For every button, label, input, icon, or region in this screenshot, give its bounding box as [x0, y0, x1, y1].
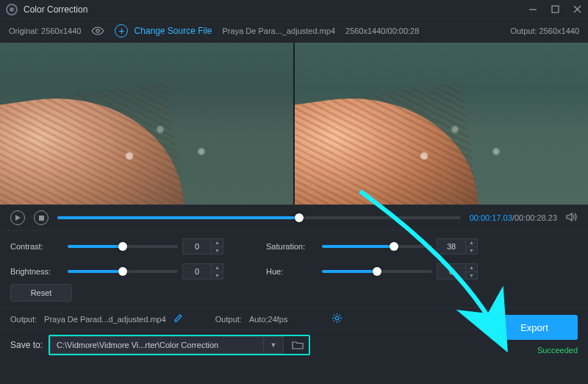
saturation-label: Saturation: [266, 242, 318, 251]
time-total: /00:00:28.23 [512, 213, 557, 222]
saturation-slider[interactable] [322, 245, 432, 248]
volume-icon[interactable] [566, 212, 578, 224]
hue-value[interactable]: ▲▼ [437, 263, 482, 280]
contrast-value[interactable]: ▲▼ [182, 238, 228, 255]
svg-rect-6 [39, 216, 44, 221]
plus-icon: + [115, 24, 128, 38]
minimize-button[interactable] [528, 4, 538, 15]
preview-original [0, 43, 293, 205]
brightness-input[interactable] [182, 263, 212, 280]
subheader: Original: 2560x1440 + Change Source File… [0, 19, 588, 43]
hue-up[interactable]: ▲ [466, 264, 477, 272]
original-resolution-label: Original: 2560x1440 [9, 26, 81, 35]
play-button[interactable] [10, 210, 25, 225]
output-format-label: Output: [215, 315, 242, 324]
brightness-label: Brightness: [10, 267, 63, 276]
change-source-label: Change Source File [134, 26, 212, 36]
export-button[interactable]: Export [491, 315, 578, 340]
hue-slider[interactable] [322, 270, 432, 273]
output-format-value: Auto;24fps [249, 315, 288, 324]
save-path-input[interactable] [50, 336, 263, 354]
brightness-down[interactable]: ▼ [212, 272, 223, 280]
save-row: Save to: ▼ Export Succeeded [0, 330, 588, 359]
svg-rect-1 [552, 6, 559, 13]
svg-marker-5 [15, 215, 21, 221]
contrast-down[interactable]: ▼ [212, 247, 223, 255]
svg-point-4 [96, 29, 99, 32]
export-status: Succeeded [537, 346, 578, 355]
saturation-value[interactable]: ▲▼ [437, 238, 482, 255]
brightness-slider[interactable] [68, 270, 178, 273]
open-folder-icon[interactable] [287, 336, 309, 354]
rename-icon[interactable] [173, 313, 183, 325]
preview-output [295, 43, 588, 205]
hue-input[interactable] [437, 263, 466, 280]
saturation-down[interactable]: ▼ [466, 247, 477, 255]
saturation-input[interactable] [437, 238, 466, 255]
titlebar: Color Correction [0, 0, 588, 19]
contrast-up[interactable]: ▲ [212, 239, 223, 247]
source-meta: 2560x1440/00:00:28 [345, 26, 419, 35]
playback-bar: 00:00:17.03/00:00:28.23 [0, 205, 588, 231]
save-path-group: ▼ [49, 335, 310, 355]
output-file-name: Praya De Parad...d_adjusted.mp4 [44, 315, 166, 324]
hue-label: Hue: [266, 267, 318, 276]
change-source-button[interactable]: + Change Source File [115, 24, 212, 38]
output-resolution-label: Output: 2560x1440 [510, 26, 579, 35]
save-path-dropdown[interactable]: ▼ [263, 336, 284, 354]
contrast-input[interactable] [182, 238, 212, 255]
time-display: 00:00:17.03/00:00:28.23 [470, 213, 557, 222]
save-to-label: Save to: [10, 340, 43, 350]
window-title: Color Correction [24, 4, 87, 15]
output-file-label: Output: [10, 315, 37, 324]
saturation-up[interactable]: ▲ [466, 239, 477, 247]
maximize-button[interactable] [550, 4, 560, 15]
brightness-up[interactable]: ▲ [212, 264, 223, 272]
color-controls: Contrast: ▲▼ Saturation: ▲▼ Brightness: … [0, 231, 588, 284]
hue-down[interactable]: ▼ [466, 272, 477, 280]
preview-toggle-icon[interactable] [91, 26, 104, 35]
close-button[interactable] [572, 4, 582, 15]
time-current: 00:00:17.03 [470, 213, 512, 222]
brightness-value[interactable]: ▲▼ [182, 263, 228, 280]
svg-point-7 [336, 316, 340, 320]
contrast-slider[interactable] [68, 245, 178, 248]
source-filename: Praya De Para..._adjusted.mp4 [223, 26, 335, 35]
preview-area [0, 43, 588, 205]
seek-slider[interactable] [57, 216, 461, 219]
reset-button[interactable]: Reset [10, 284, 72, 302]
output-settings-icon[interactable] [331, 313, 343, 325]
contrast-label: Contrast: [10, 242, 63, 251]
stop-button[interactable] [34, 210, 49, 225]
app-logo-icon [6, 4, 18, 15]
